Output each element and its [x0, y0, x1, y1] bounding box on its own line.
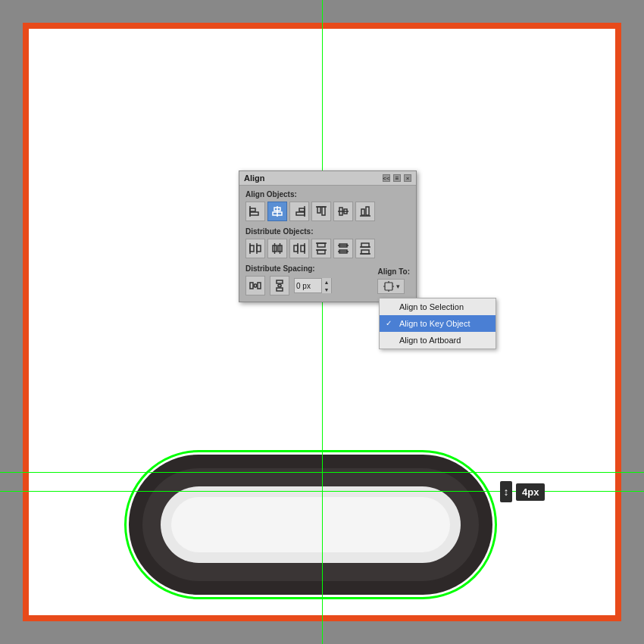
dist-left-btn[interactable] [245, 239, 265, 258]
spacing-spinner[interactable]: ▲ ▼ [321, 278, 331, 293]
usb-slot [161, 486, 461, 563]
svg-rect-15 [361, 209, 364, 215]
dropdown-item-align-to-artboard[interactable]: Align to Artboard [380, 332, 496, 349]
dropdown-item-align-to-key-object[interactable]: Align to Key Object [380, 315, 496, 332]
align-to-label: Align To: [377, 267, 410, 276]
svg-rect-10 [322, 207, 325, 215]
spinner-up[interactable]: ▲ [322, 278, 331, 286]
align-to-btn[interactable]: ▾ [377, 279, 405, 294]
spinner-down[interactable]: ▼ [322, 286, 331, 293]
spacing-input-wrap[interactable]: ▲ ▼ [294, 278, 332, 293]
dist-spacing-h-btn[interactable] [245, 276, 265, 295]
spacing-controls: ▲ ▼ [245, 276, 332, 295]
align-panel: Align << ≡ × Align Objects: [239, 170, 417, 302]
panel-menu-btn[interactable]: ≡ [393, 174, 401, 182]
dist-spacing-v-btn[interactable] [270, 276, 289, 295]
distance-badge: 4px [516, 483, 545, 501]
svg-rect-9 [317, 207, 320, 213]
svg-rect-42 [250, 283, 253, 289]
usb-shape-container [129, 455, 492, 595]
align-top-btn[interactable] [311, 202, 331, 221]
align-right-btn[interactable] [289, 202, 309, 221]
distribute-objects-row [245, 239, 410, 258]
align-center-v-btn[interactable] [333, 202, 353, 221]
distance-arrow-icon: ↕ [500, 481, 512, 502]
svg-rect-43 [258, 283, 261, 289]
panel-body: Align Objects: [239, 186, 416, 302]
panel-collapse-btn[interactable]: << [383, 174, 390, 182]
align-left-btn[interactable] [245, 202, 265, 221]
distribute-spacing-row: Distribute Spacing: [245, 264, 410, 297]
align-objects-row [245, 202, 410, 221]
svg-rect-49 [277, 288, 283, 291]
svg-rect-54 [385, 283, 392, 290]
svg-rect-0 [250, 208, 255, 211]
dist-center-h-btn[interactable] [267, 239, 287, 258]
svg-rect-48 [277, 280, 283, 283]
dist-bottom-btn[interactable] [355, 239, 375, 258]
align-center-h-btn[interactable] [267, 202, 287, 221]
panel-controls: << ≡ × [383, 174, 411, 182]
align-objects-label: Align Objects: [245, 190, 410, 199]
svg-rect-16 [366, 207, 369, 215]
svg-rect-1 [250, 212, 258, 215]
align-bottom-btn[interactable] [355, 202, 375, 221]
crosshair-vertical [322, 0, 323, 644]
distribute-objects-label: Distribute Objects: [245, 227, 410, 236]
svg-rect-7 [296, 212, 305, 215]
distance-indicator: ↕ 4px [500, 481, 545, 502]
panel-title: Align [244, 174, 265, 183]
dist-center-v-btn[interactable] [333, 239, 353, 258]
dist-top-btn[interactable] [311, 239, 331, 258]
spacing-input[interactable] [295, 282, 321, 290]
usb-slot-inner [171, 497, 450, 552]
svg-rect-6 [299, 208, 305, 211]
dist-right-btn[interactable] [289, 239, 309, 258]
distribute-spacing-label: Distribute Spacing: [245, 264, 332, 273]
panel-titlebar: Align << ≡ × [239, 171, 416, 186]
panel-close-btn[interactable]: × [404, 174, 411, 182]
dropdown-item-align-to-selection[interactable]: Align to Selection [380, 299, 496, 315]
align-to-dropdown: Align to Selection Align to Key Object A… [379, 298, 496, 349]
